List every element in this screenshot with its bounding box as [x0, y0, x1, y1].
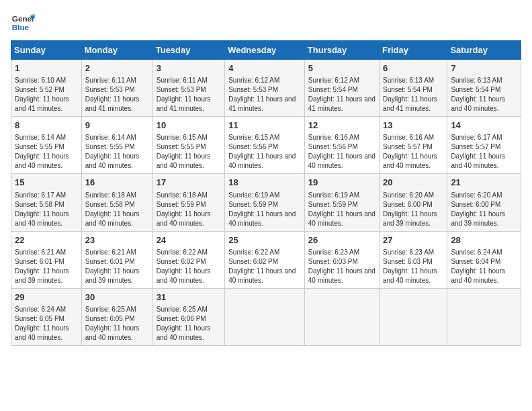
day-info: Sunrise: 6:15 AM Sunset: 5:56 PM Dayligh…: [228, 133, 301, 171]
day-number: 22: [15, 234, 78, 246]
day-info: Sunrise: 6:21 AM Sunset: 6:01 PM Dayligh…: [85, 248, 149, 285]
day-number: 15: [15, 177, 78, 189]
day-info: Sunrise: 6:20 AM Sunset: 6:00 PM Dayligh…: [451, 191, 517, 228]
calendar-cell: [225, 288, 305, 345]
day-info: Sunrise: 6:25 AM Sunset: 6:05 PM Dayligh…: [85, 305, 149, 342]
calendar-header-row: SundayMondayTuesdayWednesdayThursdayFrid…: [11, 41, 521, 60]
day-info: Sunrise: 6:20 AM Sunset: 6:00 PM Dayligh…: [383, 191, 443, 228]
calendar-week-4: 22Sunrise: 6:21 AM Sunset: 6:01 PM Dayli…: [11, 231, 521, 288]
day-info: Sunrise: 6:22 AM Sunset: 6:02 PM Dayligh…: [228, 248, 301, 285]
calendar-cell: 3Sunrise: 6:11 AM Sunset: 5:53 PM Daylig…: [152, 60, 224, 117]
day-info: Sunrise: 6:23 AM Sunset: 6:03 PM Dayligh…: [308, 248, 375, 285]
calendar-cell: 30Sunrise: 6:25 AM Sunset: 6:05 PM Dayli…: [81, 288, 152, 345]
day-number: 30: [85, 291, 149, 304]
day-number: 10: [157, 120, 221, 132]
svg-text:General: General: [12, 14, 35, 23]
day-info: Sunrise: 6:13 AM Sunset: 5:54 PM Dayligh…: [383, 76, 443, 113]
day-number: 17: [157, 177, 221, 189]
day-info: Sunrise: 6:19 AM Sunset: 5:59 PM Dayligh…: [308, 191, 375, 228]
calendar-body: 1Sunrise: 6:10 AM Sunset: 5:52 PM Daylig…: [11, 60, 521, 346]
day-number: 29: [15, 291, 78, 304]
calendar-cell: 26Sunrise: 6:23 AM Sunset: 6:03 PM Dayli…: [304, 231, 379, 288]
calendar-cell: 17Sunrise: 6:18 AM Sunset: 5:59 PM Dayli…: [152, 174, 224, 231]
day-number: 1: [15, 62, 78, 75]
calendar-cell: 27Sunrise: 6:23 AM Sunset: 6:03 PM Dayli…: [379, 231, 447, 288]
day-number: 26: [308, 234, 375, 246]
day-info: Sunrise: 6:11 AM Sunset: 5:53 PM Dayligh…: [85, 76, 149, 113]
calendar-table: SundayMondayTuesdayWednesdayThursdayFrid…: [11, 40, 521, 346]
page-header: General Blue: [11, 11, 521, 35]
calendar-cell: 6Sunrise: 6:13 AM Sunset: 5:54 PM Daylig…: [379, 60, 447, 117]
weekday-header-tuesday: Tuesday: [152, 41, 224, 60]
calendar-cell: [379, 288, 447, 345]
day-info: Sunrise: 6:18 AM Sunset: 5:58 PM Dayligh…: [85, 191, 149, 228]
day-info: Sunrise: 6:17 AM Sunset: 5:57 PM Dayligh…: [451, 133, 517, 171]
calendar-cell: 15Sunrise: 6:17 AM Sunset: 5:58 PM Dayli…: [11, 174, 82, 231]
day-info: Sunrise: 6:11 AM Sunset: 5:53 PM Dayligh…: [157, 76, 221, 113]
calendar-cell: [304, 288, 379, 345]
day-info: Sunrise: 6:24 AM Sunset: 6:04 PM Dayligh…: [451, 248, 517, 285]
day-number: 16: [85, 177, 149, 189]
day-number: 7: [451, 62, 517, 75]
calendar-cell: 21Sunrise: 6:20 AM Sunset: 6:00 PM Dayli…: [447, 174, 521, 231]
calendar-cell: 5Sunrise: 6:12 AM Sunset: 5:54 PM Daylig…: [304, 60, 379, 117]
calendar-cell: 29Sunrise: 6:24 AM Sunset: 6:05 PM Dayli…: [11, 288, 82, 345]
day-number: 14: [451, 120, 517, 132]
day-info: Sunrise: 6:18 AM Sunset: 5:59 PM Dayligh…: [157, 191, 221, 228]
calendar-cell: 13Sunrise: 6:16 AM Sunset: 5:57 PM Dayli…: [379, 117, 447, 174]
weekday-header-monday: Monday: [81, 41, 152, 60]
weekday-header-thursday: Thursday: [304, 41, 379, 60]
day-number: 19: [308, 177, 375, 189]
calendar-cell: 22Sunrise: 6:21 AM Sunset: 6:01 PM Dayli…: [11, 231, 82, 288]
logo-icon: General Blue: [11, 11, 35, 35]
calendar-cell: 19Sunrise: 6:19 AM Sunset: 5:59 PM Dayli…: [304, 174, 379, 231]
day-info: Sunrise: 6:16 AM Sunset: 5:57 PM Dayligh…: [383, 133, 443, 171]
calendar-week-5: 29Sunrise: 6:24 AM Sunset: 6:05 PM Dayli…: [11, 288, 521, 345]
day-number: 31: [157, 291, 221, 304]
day-number: 6: [383, 62, 443, 75]
calendar-cell: 16Sunrise: 6:18 AM Sunset: 5:58 PM Dayli…: [81, 174, 152, 231]
day-number: 28: [451, 234, 517, 246]
calendar-cell: 9Sunrise: 6:14 AM Sunset: 5:55 PM Daylig…: [81, 117, 152, 174]
calendar-cell: 1Sunrise: 6:10 AM Sunset: 5:52 PM Daylig…: [11, 60, 82, 117]
calendar-cell: 23Sunrise: 6:21 AM Sunset: 6:01 PM Dayli…: [81, 231, 152, 288]
calendar-cell: 28Sunrise: 6:24 AM Sunset: 6:04 PM Dayli…: [447, 231, 521, 288]
calendar-cell: 10Sunrise: 6:15 AM Sunset: 5:55 PM Dayli…: [152, 117, 224, 174]
calendar-cell: 14Sunrise: 6:17 AM Sunset: 5:57 PM Dayli…: [447, 117, 521, 174]
weekday-header-friday: Friday: [379, 41, 447, 60]
logo: General Blue: [11, 11, 35, 35]
calendar-cell: 8Sunrise: 6:14 AM Sunset: 5:55 PM Daylig…: [11, 117, 82, 174]
weekday-header-saturday: Saturday: [447, 41, 521, 60]
day-number: 9: [85, 120, 149, 132]
day-number: 24: [157, 234, 221, 246]
day-number: 13: [383, 120, 443, 132]
day-number: 2: [85, 62, 149, 75]
day-info: Sunrise: 6:17 AM Sunset: 5:58 PM Dayligh…: [15, 191, 78, 228]
calendar-cell: 31Sunrise: 6:25 AM Sunset: 6:06 PM Dayli…: [152, 288, 224, 345]
day-info: Sunrise: 6:10 AM Sunset: 5:52 PM Dayligh…: [15, 76, 78, 113]
calendar-cell: 20Sunrise: 6:20 AM Sunset: 6:00 PM Dayli…: [379, 174, 447, 231]
day-number: 20: [383, 177, 443, 189]
day-info: Sunrise: 6:23 AM Sunset: 6:03 PM Dayligh…: [383, 248, 443, 285]
weekday-header-wednesday: Wednesday: [225, 41, 305, 60]
day-number: 25: [228, 234, 301, 246]
day-number: 4: [228, 62, 301, 75]
day-number: 27: [383, 234, 443, 246]
day-number: 12: [308, 120, 375, 132]
day-info: Sunrise: 6:24 AM Sunset: 6:05 PM Dayligh…: [15, 305, 78, 342]
calendar-cell: 18Sunrise: 6:19 AM Sunset: 5:59 PM Dayli…: [225, 174, 305, 231]
calendar-week-3: 15Sunrise: 6:17 AM Sunset: 5:58 PM Dayli…: [11, 174, 521, 231]
calendar-cell: 2Sunrise: 6:11 AM Sunset: 5:53 PM Daylig…: [81, 60, 152, 117]
day-info: Sunrise: 6:16 AM Sunset: 5:56 PM Dayligh…: [308, 133, 375, 171]
calendar-cell: [447, 288, 521, 345]
day-number: 8: [15, 120, 78, 132]
day-info: Sunrise: 6:12 AM Sunset: 5:54 PM Dayligh…: [308, 76, 375, 113]
calendar-cell: 24Sunrise: 6:22 AM Sunset: 6:02 PM Dayli…: [152, 231, 224, 288]
day-number: 21: [451, 177, 517, 189]
day-info: Sunrise: 6:13 AM Sunset: 5:54 PM Dayligh…: [451, 76, 517, 113]
day-info: Sunrise: 6:22 AM Sunset: 6:02 PM Dayligh…: [157, 248, 221, 285]
weekday-header-sunday: Sunday: [11, 41, 82, 60]
svg-text:Blue: Blue: [12, 23, 30, 32]
day-number: 3: [157, 62, 221, 75]
day-info: Sunrise: 6:19 AM Sunset: 5:59 PM Dayligh…: [228, 191, 301, 228]
